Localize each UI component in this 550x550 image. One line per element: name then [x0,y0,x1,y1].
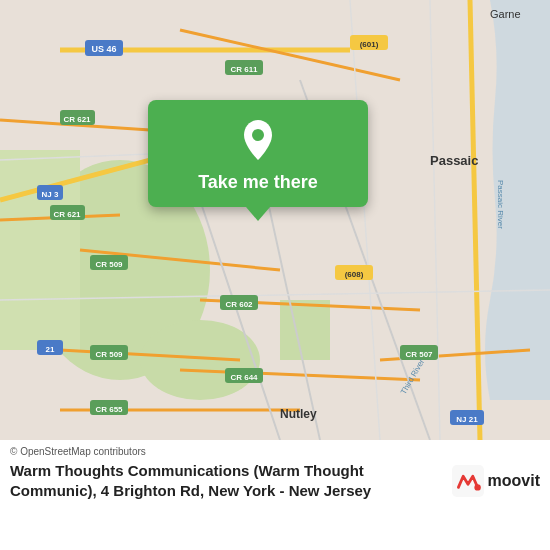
svg-text:Nutley: Nutley [280,407,317,421]
footer-content: Warm Thoughts Communications (Warm Thoug… [10,461,540,500]
svg-text:CR 611: CR 611 [230,65,258,74]
svg-text:21: 21 [46,345,55,354]
osm-credit: © OpenStreetMap contributors [10,446,540,457]
svg-text:(608): (608) [345,270,364,279]
map-container: Passaic River US 46 [0,0,550,440]
svg-rect-4 [280,300,330,360]
location-title: Warm Thoughts Communications (Warm Thoug… [10,461,442,500]
svg-text:CR 621: CR 621 [53,210,81,219]
svg-text:CR 507: CR 507 [405,350,433,359]
svg-point-3 [140,320,260,400]
moovit-text: moovit [488,472,540,490]
svg-text:Passaic River: Passaic River [496,180,505,229]
svg-point-62 [474,484,480,490]
moovit-logo: moovit [452,465,540,497]
location-pin-icon [234,116,282,164]
svg-text:US 46: US 46 [91,44,116,54]
svg-text:CR 602: CR 602 [225,300,253,309]
svg-text:CR 621: CR 621 [63,115,91,124]
svg-text:NJ 3: NJ 3 [42,190,59,199]
svg-text:(601): (601) [360,40,379,49]
svg-text:CR 644: CR 644 [230,373,258,382]
footer: © OpenStreetMap contributors Warm Though… [0,440,550,550]
svg-text:CR 509: CR 509 [95,350,123,359]
take-me-there-popup[interactable]: Take me there [148,100,368,207]
svg-text:Passaic: Passaic [430,153,478,168]
svg-text:NJ 21: NJ 21 [456,415,478,424]
svg-point-59 [252,129,264,141]
location-info: Warm Thoughts Communications (Warm Thoug… [10,461,452,500]
take-me-there-button[interactable]: Take me there [198,172,318,193]
svg-text:Garne: Garne [490,8,521,20]
moovit-icon [452,465,484,497]
svg-text:CR 509: CR 509 [95,260,123,269]
svg-text:CR 655: CR 655 [95,405,123,414]
